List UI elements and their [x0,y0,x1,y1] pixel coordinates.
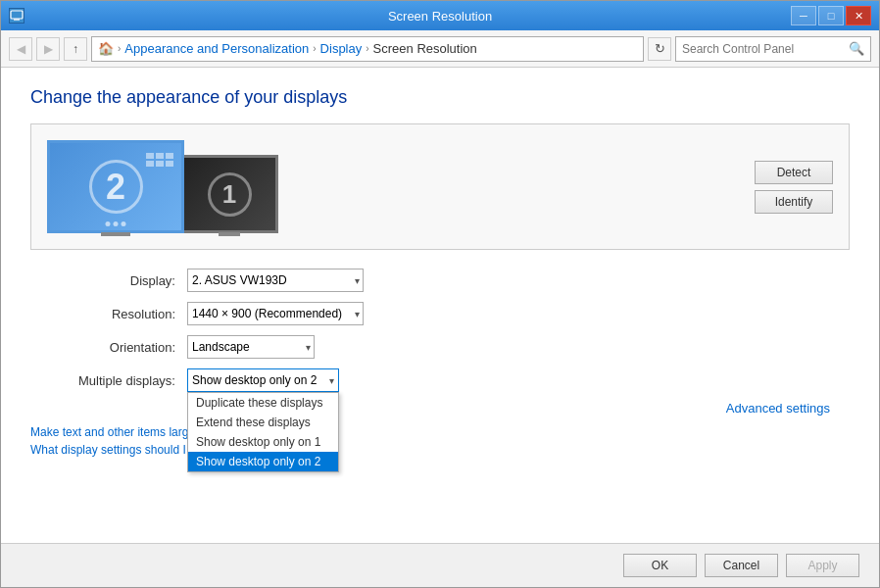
title-bar-left [9,8,24,24]
detect-identify-buttons: Detect Identify [755,161,833,214]
breadcrumb-appearance[interactable]: Appearance and Personalization [124,41,309,56]
display-label: Display: [30,273,187,288]
resolution-select[interactable]: 1440 × 900 (Recommended) [187,302,364,325]
display-row: Display: 2. ASUS VW193D ▾ [30,268,850,293]
multiple-displays-label: Multiple displays: [30,373,187,388]
maximize-button[interactable]: □ [818,6,844,25]
resolution-label: Resolution: [30,307,187,321]
search-input[interactable] [682,42,845,56]
search-bar: 🔍 [675,36,871,62]
multiple-displays-dropdown: Duplicate these displays Extend these di… [187,392,339,472]
detect-button[interactable]: Detect [755,161,833,184]
title-buttons: ─ □ ✕ [791,6,871,25]
cancel-button[interactable]: Cancel [705,554,778,577]
bottom-bar: OK Cancel Apply [1,543,879,587]
resolution-row: Resolution: 1440 × 900 (Recommended) ▾ [30,301,850,326]
window-icon [9,8,24,24]
monitor-2-circle: 2 [89,160,143,214]
content-area: Change the appearance of your displays 2 [1,68,879,543]
dropdown-item-duplicate[interactable]: Duplicate these displays [188,393,338,413]
svg-rect-1 [14,19,20,21]
navigation-bar: ◀ ▶ ↑ 🏠 › Appearance and Personalization… [1,30,879,68]
text-size-link[interactable]: Make text and other items larger or smal… [30,425,850,439]
monitor-1-number: 1 [222,179,236,210]
page-title: Change the appearance of your displays [30,87,850,108]
orientation-select-wrapper: Landscape ▾ [187,335,315,359]
close-button[interactable]: ✕ [846,6,871,25]
dropdown-item-extend[interactable]: Extend these displays [188,413,338,432]
minimize-button[interactable]: ─ [791,6,816,25]
apply-button[interactable]: Apply [786,554,859,577]
orientation-select[interactable]: Landscape [187,335,315,359]
forward-button[interactable]: ▶ [36,37,60,61]
info-advanced-row: This is currently you Advanced settings [30,401,850,416]
breadcrumb-display[interactable]: Display [320,41,363,56]
multiple-displays-wrapper: Show desktop only on 2 ▾ Duplicate these… [187,368,339,392]
resolution-select-wrapper: 1440 × 900 (Recommended) ▾ [187,302,364,325]
orientation-row: Orientation: Landscape ▾ [30,334,850,360]
multiple-displays-select[interactable]: Show desktop only on 2 ▾ [187,368,339,392]
advanced-settings-link[interactable]: Advanced settings [726,401,830,416]
breadcrumb: 🏠 › Appearance and Personalization › Dis… [91,36,644,62]
screen-resolution-window: Screen Resolution ─ □ ✕ ◀ ▶ ↑ 🏠 › Appear… [0,0,880,588]
display-select-wrapper: 2. ASUS VW193D ▾ [187,269,364,292]
back-button[interactable]: ◀ [9,37,32,61]
display-select[interactable]: 2. ASUS VW193D [187,269,364,292]
monitors-display: 2 [47,140,278,233]
multiple-displays-value: Show desktop only on 2 [192,373,329,387]
monitor-preview-area: 2 [30,123,850,250]
window-title: Screen Resolution [388,9,492,24]
multiple-displays-arrow: ▾ [329,375,334,386]
links-section: Make text and other items larger or smal… [30,425,850,457]
up-button[interactable]: ↑ [64,37,87,61]
identify-button[interactable]: Identify [755,190,833,214]
multiple-displays-row: Multiple displays: Show desktop only on … [30,368,850,393]
monitor-2[interactable]: 2 [47,140,184,233]
search-icon: 🔍 [849,41,864,56]
dropdown-item-desktop-only-1[interactable]: Show desktop only on 1 [188,432,338,452]
refresh-button[interactable]: ↻ [648,37,671,61]
display-settings-link[interactable]: What display settings should I choose? [30,443,850,457]
breadcrumb-current: Screen Resolution [373,41,477,56]
orientation-label: Orientation: [30,340,187,355]
monitor-2-number: 2 [106,167,125,208]
dropdown-item-desktop-only-2[interactable]: Show desktop only on 2 [188,452,338,471]
home-icon: 🏠 [98,41,114,56]
ok-button[interactable]: OK [623,554,697,577]
monitor-1[interactable]: 1 [180,155,278,233]
title-bar: Screen Resolution ─ □ ✕ [1,1,879,30]
svg-rect-0 [11,11,23,19]
